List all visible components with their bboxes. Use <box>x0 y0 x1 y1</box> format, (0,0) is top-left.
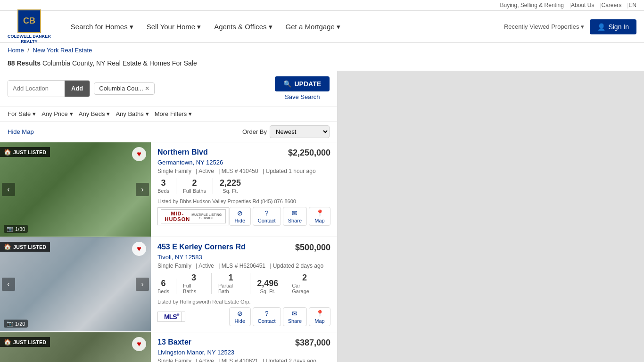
contact-button[interactable]: ? Contact <box>253 207 281 226</box>
stat-partial-bath: 1 Partial Bath <box>218 273 250 294</box>
share-button[interactable]: ✉ Share <box>283 207 307 226</box>
listing-stats: 6 Beds 3 Full Baths 1 Partial Bath 2,4 <box>157 273 330 294</box>
listing-image: 🏠 JUST LISTED ♥ ‹ › 📷 1/30 <box>0 142 151 237</box>
listing-top: 453 E Kerley Corners Rd $500,000 <box>157 243 330 253</box>
listing-footer: MID-HUDSON MULTIPLE LISTING SERVICE ⊘ Hi… <box>157 207 330 226</box>
contact-icon: ? <box>265 310 269 317</box>
action-buttons: ⊘ Hide ? Contact ✉ Share <box>229 307 330 326</box>
listing-agent: Listed by Hollingsworth Real Estate Grp. <box>157 299 330 304</box>
filter-more[interactable]: More Filters ▾ <box>155 110 192 117</box>
mls-logo-mid-hudson: MID-HUDSON MULTIPLE LISTING SERVICE <box>157 207 229 225</box>
location-tag: Columbia Cou... × <box>94 82 155 95</box>
location-input-wrapper: Add <box>8 80 90 97</box>
map-button[interactable]: 📍 Map <box>309 307 330 326</box>
order-by-select[interactable]: Newest Price Low-High Price High-Low <box>270 125 330 138</box>
just-listed-badge: 🏠 JUST LISTED <box>0 242 50 252</box>
listing-image: 🏠 JUST LISTED ♥ ‹ › 📷 1/20 <box>0 237 151 331</box>
tag-text: Columbia Cou... <box>99 85 143 92</box>
contact-icon: ? <box>265 209 269 217</box>
top-bar-about[interactable]: About Us <box>571 2 594 8</box>
main-layout: Add Columbia Cou... × 🔍 UPDATE Save Sear… <box>0 71 644 362</box>
image-prev-button[interactable]: ‹ <box>2 183 15 196</box>
top-bar: Buying, Selling & Renting | About Us | C… <box>0 0 644 11</box>
add-button[interactable]: Add <box>65 81 90 97</box>
main-nav: CB COLDWELL BANKER REALTY Search for Hom… <box>0 11 644 43</box>
top-bar-buying[interactable]: Buying, Selling & Renting <box>500 2 563 8</box>
recently-viewed[interactable]: Recently Viewed Properties ▾ <box>504 23 584 30</box>
listing-location: Livingston Manor, NY 12523 <box>157 349 330 356</box>
listing-top: 13 Baxter $387,000 <box>157 338 330 348</box>
top-bar-careers[interactable]: Careers <box>602 2 622 8</box>
stat-sqft: 2,496 Sq. Ft. <box>257 279 285 294</box>
location-input[interactable] <box>8 81 65 97</box>
photo-count: 📷 1/20 <box>4 320 28 328</box>
photo-count: 📷 1/30 <box>4 225 28 233</box>
stat-full-baths: 2 Full Baths <box>183 178 213 194</box>
contact-button[interactable]: ? Contact <box>253 307 281 326</box>
share-icon: ✉ <box>292 310 297 317</box>
map-button[interactable]: 📍 Map <box>309 207 330 226</box>
listing-address[interactable]: 453 E Kerley Corners Rd <box>157 243 246 251</box>
hide-icon: ⊘ <box>237 209 243 217</box>
listing-location: Germantown, NY 12526 <box>157 159 330 166</box>
favorite-button[interactable]: ♥ <box>132 337 146 351</box>
filter-baths[interactable]: Any Baths ▾ <box>116 110 149 117</box>
breadcrumb-location[interactable]: New York Real Estate <box>33 47 92 54</box>
listing-address[interactable]: Northern Blvd <box>157 148 208 156</box>
save-search-link[interactable]: Save Search <box>285 93 320 100</box>
breadcrumb-home[interactable]: Home <box>8 47 24 54</box>
home-icon: 🏠 <box>4 243 11 250</box>
just-listed-badge: 🏠 JUST LISTED <box>0 337 50 347</box>
listing-footer: MLS® ⊘ Hide ? Contact <box>157 307 330 326</box>
listing-card: 🏠 JUST LISTED ♥ ‹ › 📷 1/20 453 E Kerley … <box>0 237 337 332</box>
map-panel <box>338 71 644 362</box>
listing-top: Northern Blvd $2,250,000 <box>157 148 330 158</box>
listing-agent: Listed by Bhhs Hudson Valley Properties … <box>157 198 330 204</box>
top-bar-lang[interactable]: EN <box>628 2 636 8</box>
stat-beds: 3 Beds <box>157 178 176 194</box>
logo[interactable]: CB COLDWELL BANKER REALTY <box>8 9 51 44</box>
listing-price: $2,250,000 <box>288 148 330 158</box>
tag-remove-button[interactable]: × <box>145 85 149 92</box>
nav-get-mortgage[interactable]: Get a Mortgage ▾ <box>280 19 346 35</box>
stat-beds: 6 Beds <box>157 279 176 294</box>
nav-agents-offices[interactable]: Agents & Offices ▾ <box>208 19 278 35</box>
search-icon: 🔍 <box>283 80 291 88</box>
home-icon: 🏠 <box>4 148 11 156</box>
listing-card: 🏠 JUST LISTED ♥ ‹ › 📷 1/30 Northern Blvd… <box>0 142 337 237</box>
listing-location: Tivoli, NY 12583 <box>157 254 330 261</box>
logo-box: CB <box>17 9 41 33</box>
nav-sell-home[interactable]: Sell Your Home ▾ <box>141 19 206 35</box>
hide-button[interactable]: ⊘ Hide <box>229 207 251 226</box>
image-next-button[interactable]: › <box>136 183 149 196</box>
hide-map-link[interactable]: Hide Map <box>8 128 34 135</box>
listing-price: $500,000 <box>295 243 330 253</box>
share-button[interactable]: ✉ Share <box>283 307 307 326</box>
listings-container: 🏠 JUST LISTED ♥ ‹ › 📷 1/30 Northern Blvd… <box>0 142 337 362</box>
stat-garage: 2 Car Garage <box>292 273 324 294</box>
image-prev-button[interactable]: ‹ <box>2 278 15 291</box>
map-pin-icon: 📍 <box>316 209 324 217</box>
update-button[interactable]: 🔍 UPDATE <box>275 76 330 91</box>
share-icon: ✉ <box>292 209 297 217</box>
hide-icon: ⊘ <box>237 310 243 317</box>
nav-search-homes[interactable]: Search for Homes ▾ <box>65 19 139 35</box>
sign-in-button[interactable]: 👤 Sign In <box>590 19 636 34</box>
listing-meta: Single Family | Active | MLS # 410450 | … <box>157 168 330 174</box>
filter-price[interactable]: Any Price ▾ <box>41 110 73 117</box>
filter-bar: For Sale ▾ Any Price ▾ Any Beds ▾ Any Ba… <box>0 107 337 122</box>
filter-for-sale[interactable]: For Sale ▾ <box>8 110 36 117</box>
listing-address[interactable]: 13 Baxter <box>157 338 191 346</box>
filter-beds[interactable]: Any Beds ▾ <box>79 110 110 117</box>
favorite-button[interactable]: ♥ <box>132 242 146 256</box>
listing-meta: Single Family | Active | MLS # H6206451 … <box>157 263 330 269</box>
home-icon: 🏠 <box>4 338 11 346</box>
listing-image: 🏠 JUST LISTED ♥ <box>0 332 151 362</box>
search-bar: Add Columbia Cou... × 🔍 UPDATE Save Sear… <box>0 71 337 107</box>
just-listed-badge: 🏠 JUST LISTED <box>0 147 50 157</box>
image-next-button[interactable]: › <box>136 278 149 291</box>
favorite-button[interactable]: ♥ <box>132 147 146 161</box>
listing-stats: 3 Beds 2 Full Baths 2,225 Sq. Ft. <box>157 178 330 194</box>
hide-button[interactable]: ⊘ Hide <box>229 307 251 326</box>
stat-full-baths: 3 Full Baths <box>183 273 212 294</box>
